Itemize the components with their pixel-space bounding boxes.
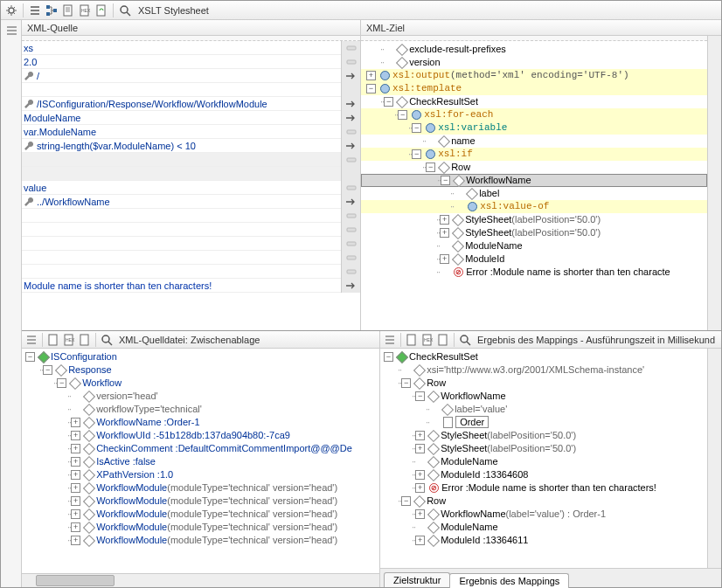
- tree-node[interactable]: ··+WorkflowName (label='value') : Order-…: [380, 508, 707, 521]
- expand-toggle[interactable]: +: [71, 457, 80, 467]
- expand-toggle[interactable]: +: [71, 536, 80, 545]
- expand-toggle[interactable]: −: [384, 352, 393, 362]
- expand-toggle[interactable]: −: [398, 110, 407, 120]
- branch-icon[interactable]: [45, 3, 59, 17]
- tree-node[interactable]: ··+WorkflowModule (moduleType='technical…: [22, 521, 379, 534]
- tree-node[interactable]: ··−CheckResultSet: [361, 95, 707, 108]
- expand-toggle[interactable]: +: [71, 483, 80, 493]
- tree-node[interactable]: ··+WorkflowModule (moduleType='technical…: [22, 495, 379, 508]
- tree-node[interactable]: ··+CheckinComment : DefaultCommitComment…: [22, 442, 379, 455]
- mapping-arrow[interactable]: [341, 181, 360, 195]
- tree-node[interactable]: ··⊘Error : Module name is shorter than t…: [361, 266, 707, 279]
- tree-node[interactable]: −CheckResultSet: [380, 350, 707, 363]
- gear-icon[interactable]: [4, 3, 18, 17]
- source-row[interactable]: var.ModuleName: [22, 125, 360, 139]
- tree-node[interactable]: ··+ModuleId: [361, 252, 707, 266]
- doc-icon[interactable]: [61, 3, 75, 17]
- source-row[interactable]: [22, 153, 360, 167]
- tree-node[interactable]: ··−Workflow: [22, 377, 379, 390]
- tree-node[interactable]: ··−Row: [380, 495, 707, 508]
- expand-toggle[interactable]: +: [440, 228, 449, 238]
- expand-toggle[interactable]: +: [71, 418, 80, 427]
- expand-toggle[interactable]: −: [401, 496, 411, 506]
- tree-node[interactable]: ··−xsl:if: [361, 148, 707, 161]
- mapping-arrow[interactable]: [341, 125, 360, 139]
- expand-toggle[interactable]: +: [71, 444, 80, 453]
- tree-node[interactable]: ··+⊘Error : Module name is shorter than …: [380, 481, 707, 495]
- mapping-arrow[interactable]: [341, 153, 360, 167]
- tree-node[interactable]: ··+WorkflowModule (moduleType='technical…: [22, 508, 379, 521]
- tree-node[interactable]: ··−WorkflowName: [380, 390, 707, 403]
- source-row[interactable]: [22, 167, 360, 181]
- tree-node[interactable]: ··+WorkflowModule (moduleType='technical…: [22, 481, 379, 495]
- expand-toggle[interactable]: +: [415, 536, 425, 545]
- hex-icon[interactable]: HEX: [62, 333, 76, 347]
- tree-node[interactable]: ··version: [361, 56, 707, 69]
- expand-toggle[interactable]: +: [415, 509, 425, 519]
- tree-node[interactable]: ··−WorkflowName: [361, 174, 707, 187]
- mapping-arrow[interactable]: [341, 265, 360, 279]
- tree-node[interactable]: ··+XPathVersion : 1.0: [22, 468, 379, 481]
- tree-node[interactable]: ··+IsActive : false: [22, 455, 379, 468]
- mapping-arrow[interactable]: [341, 209, 360, 223]
- search-icon[interactable]: [100, 333, 114, 347]
- tree-node[interactable]: ··xsi='http://www.w3.org/2001/XMLSchema-…: [380, 363, 707, 377]
- mapping-arrow[interactable]: [341, 195, 360, 209]
- tree-node[interactable]: ··+WorkflowModule (moduleType='technical…: [22, 534, 379, 547]
- tree-node[interactable]: ··Order: [380, 416, 707, 429]
- tree-node[interactable]: ··label='value': [380, 403, 707, 416]
- expand-toggle[interactable]: −: [441, 176, 450, 185]
- source-row[interactable]: [22, 209, 360, 223]
- source-row[interactable]: xs: [22, 41, 360, 55]
- mapping-arrow[interactable]: [341, 279, 360, 293]
- list-icon[interactable]: [24, 333, 38, 347]
- source-row[interactable]: /: [22, 69, 360, 83]
- expand-toggle[interactable]: +: [440, 215, 449, 225]
- mapping-arrow[interactable]: [341, 251, 360, 265]
- hex-icon[interactable]: HEX: [78, 3, 92, 17]
- expand-toggle[interactable]: −: [384, 97, 393, 107]
- expand-toggle[interactable]: +: [415, 444, 425, 453]
- expand-toggle[interactable]: −: [401, 378, 411, 388]
- source-row[interactable]: /ISConfiguration/Response/Workflow/Workf…: [22, 97, 360, 111]
- mapping-arrow[interactable]: [341, 55, 360, 69]
- tree-node[interactable]: ··ModuleName: [380, 455, 707, 468]
- source-row[interactable]: [22, 237, 360, 251]
- tree-node[interactable]: ··version='head': [22, 390, 379, 403]
- scrollbar[interactable]: [707, 36, 721, 330]
- expand-toggle[interactable]: −: [57, 378, 66, 388]
- tree-node[interactable]: ··xsl:value-of: [361, 200, 707, 213]
- expand-toggle[interactable]: −: [426, 163, 435, 172]
- tree-node[interactable]: ··−Row: [380, 377, 707, 390]
- tree-node[interactable]: ··−xsl:variable: [361, 121, 707, 135]
- source-row[interactable]: Module name is shorter than ten characte…: [22, 279, 360, 293]
- expand-toggle[interactable]: +: [71, 522, 80, 532]
- tab-zielstruktur[interactable]: Zielstruktur: [384, 572, 450, 587]
- source-row[interactable]: [22, 251, 360, 265]
- mapping-arrow[interactable]: [341, 139, 360, 153]
- mapping-arrow[interactable]: [341, 167, 360, 181]
- mapping-arrow[interactable]: [341, 41, 360, 55]
- source-row[interactable]: value: [22, 181, 360, 195]
- expand-toggle[interactable]: +: [415, 431, 425, 440]
- mapping-arrow[interactable]: [341, 83, 360, 97]
- tab-ergebnis[interactable]: Ergebnis des Mappings: [449, 573, 569, 588]
- tree-node[interactable]: −ISConfiguration: [22, 350, 379, 363]
- mapping-arrow[interactable]: [341, 237, 360, 251]
- expand-toggle[interactable]: +: [71, 431, 80, 440]
- tree-node[interactable]: ··+WorkflowUId : -51b128db:137da904b80:-…: [22, 429, 379, 442]
- list-icon[interactable]: [28, 3, 42, 17]
- tree-node[interactable]: ··+StyleSheet (labelPosition='50.0'): [361, 226, 707, 239]
- doc-refresh-icon[interactable]: [436, 333, 450, 347]
- expand-toggle[interactable]: −: [412, 123, 421, 133]
- rail-list-icon[interactable]: [4, 24, 18, 38]
- tree-node[interactable]: ··exclude-result-prefixes: [361, 43, 707, 56]
- scrollbar-h[interactable]: [22, 573, 379, 587]
- mapping-arrow[interactable]: [341, 111, 360, 125]
- expand-toggle[interactable]: +: [366, 71, 376, 80]
- scrollbar[interactable]: [707, 349, 721, 568]
- source-row[interactable]: [22, 223, 360, 237]
- mapping-arrow[interactable]: [341, 69, 360, 83]
- tree-node[interactable]: ··label: [361, 187, 707, 200]
- expand-toggle[interactable]: −: [415, 391, 425, 401]
